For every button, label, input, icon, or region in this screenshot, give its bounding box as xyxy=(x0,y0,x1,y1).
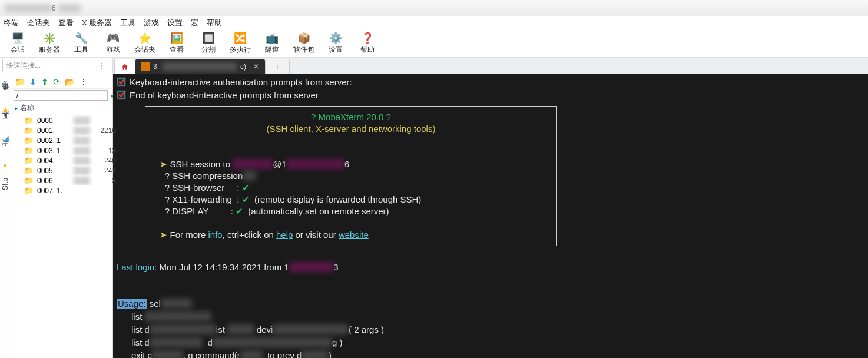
info-link[interactable]: info xyxy=(208,230,223,240)
menu-tools[interactable]: 工具 xyxy=(120,18,135,28)
plus-icon: ＋ xyxy=(274,62,281,72)
file-size: 3 xyxy=(94,177,116,185)
sftp-more-icon[interactable]: ⋮ xyxy=(79,77,88,87)
folder-icon: 📁 xyxy=(24,166,34,175)
sidetab-macro-icon[interactable]: ◢ xyxy=(0,134,11,143)
menu-macros[interactable]: 宏 xyxy=(191,18,198,28)
tb-sessfolder[interactable]: ⭐会话夹 xyxy=(131,32,159,55)
tb-session[interactable]: 🖥️会话 xyxy=(4,32,32,55)
home-icon xyxy=(121,63,129,71)
menu-games[interactable]: 游戏 xyxy=(144,18,159,28)
menu-view[interactable]: 查看 xyxy=(58,18,74,28)
terminal[interactable]: Keyboard-interactive authentication prom… xyxy=(113,74,868,358)
file-item[interactable]: 📁0000.xx xyxy=(11,115,120,125)
file-name: 0000. xyxy=(37,117,70,125)
folder-icon: 📁 xyxy=(24,136,34,145)
help-icon: ❓ xyxy=(361,32,374,45)
display-label: ? DISPLAY : xyxy=(165,206,236,216)
ssh-compression: ? SSH compression xyxy=(165,171,243,181)
folder-icon: 📁 xyxy=(24,156,34,165)
file-name: 0006. xyxy=(37,177,70,185)
sftp-folder-icon[interactable]: 📁 xyxy=(15,77,25,87)
term-prompt-icon xyxy=(117,77,126,87)
tools-icon: 🔧 xyxy=(75,32,88,45)
menu-bar: 终端 会话夹 查看 X 服务器 工具 游戏 设置 宏 帮助 xyxy=(0,16,868,29)
sidetab-sessions[interactable]: 会话夹 xyxy=(1,94,11,98)
session-tab-active[interactable]: 3. xxxxxxxxxxx c) ✕ xyxy=(135,59,265,74)
arrow-icon: ➤ xyxy=(160,230,167,240)
sidetab-sftp[interactable]: Sftp xyxy=(1,175,9,193)
file-size: 240 xyxy=(94,157,116,165)
menu-terminal[interactable]: 终端 xyxy=(4,18,19,28)
multiexec-icon: 🔀 xyxy=(234,32,247,45)
help-link[interactable]: help xyxy=(276,230,293,240)
sftp-file-pane: 📁 ⬇ ⬆ ⟳ 📂 ⋮ ✔ ▸ 名称 📁0000.xx📁0001.xx2210📁… xyxy=(11,75,120,358)
menu-settings[interactable]: 设置 xyxy=(167,18,183,28)
sftp-newfolder-icon[interactable]: 📂 xyxy=(65,77,75,87)
quick-connect-placeholder: 快速连接... xyxy=(6,61,41,71)
file-item[interactable]: 📁0001.xx2210 xyxy=(11,125,120,135)
new-tab-button[interactable]: ＋ xyxy=(265,59,290,74)
file-item[interactable]: 📁0007. 1. xyxy=(11,185,120,195)
file-item[interactable]: 📁0002. 1xx xyxy=(11,135,120,145)
sidetab-star-icon[interactable]: ★ xyxy=(0,105,11,115)
file-item[interactable]: 📁0006.xx3 xyxy=(11,175,120,185)
arrow-icon: ➤ xyxy=(160,159,167,169)
file-item[interactable]: 📁0004.xx240 xyxy=(11,155,120,165)
tb-games[interactable]: 🎮游戏 xyxy=(99,32,127,55)
check-icon: ✔ xyxy=(242,183,250,193)
sidetab-tools[interactable]: 工具 xyxy=(1,122,11,127)
tb-servers[interactable]: ✳️服务器 xyxy=(35,32,64,55)
tunnel-icon: 📺 xyxy=(266,32,279,45)
quick-connect-menu-icon[interactable]: ⋮ xyxy=(98,62,106,70)
tb-split[interactable]: 🔲分割 xyxy=(194,32,223,55)
title-mid: 6 xyxy=(52,4,56,12)
file-size: 2210 xyxy=(94,127,116,135)
home-tab[interactable] xyxy=(114,59,135,74)
term-line-2: End of keyboard-interactive prompts from… xyxy=(130,90,319,100)
file-size: 241 xyxy=(94,167,116,175)
file-name: 0004. xyxy=(37,157,70,165)
sidetab-sftp-icon[interactable]: ● xyxy=(0,162,11,168)
menu-help[interactable]: 帮助 xyxy=(207,18,222,28)
session-icon: 🖥️ xyxy=(11,32,24,45)
tb-settings[interactable]: ⚙️设置 xyxy=(322,32,350,55)
sftp-path-row: ✔ xyxy=(11,89,120,102)
ssh-browser: ? SSH-browser : xyxy=(165,183,242,193)
star-icon: ⭐ xyxy=(138,32,151,45)
tb-tunnel[interactable]: 📺隧道 xyxy=(258,32,286,55)
left-panel: 快速连接... ⋮ « 会话夹 ★ 工具 ◢ 宏 ● Sftp 📁 ⬇ ⬆ ⟳ xyxy=(0,58,113,358)
menu-xserver[interactable]: X 服务器 xyxy=(82,18,112,28)
term-prompt-icon xyxy=(117,90,126,100)
file-item[interactable]: 📁0005.xx241 xyxy=(11,165,120,175)
sftp-header[interactable]: ▸ 名称 xyxy=(11,102,120,114)
sftp-upload-icon[interactable]: ⬆ xyxy=(41,77,48,87)
side-tab-strip: « 会话夹 ★ 工具 ◢ 宏 ● Sftp xyxy=(0,75,11,358)
sftp-refresh-icon[interactable]: ⟳ xyxy=(53,77,60,87)
window-titlebar: XXXXXXXXX 6 XXXc xyxy=(0,0,868,16)
sidetab-macro[interactable]: 宏 xyxy=(1,150,11,155)
tb-view[interactable]: 🖼️查看 xyxy=(163,32,191,55)
sftp-path-input[interactable] xyxy=(14,90,108,101)
tab-close-icon[interactable]: ✕ xyxy=(253,62,259,71)
folder-icon: 📁 xyxy=(24,126,34,135)
tb-packages[interactable]: 📦软件包 xyxy=(290,32,318,55)
tb-help[interactable]: ❓帮助 xyxy=(353,32,382,55)
tb-tools[interactable]: 🔧工具 xyxy=(67,32,95,55)
check-icon: ✔ xyxy=(242,194,250,204)
file-size: 13 xyxy=(94,147,116,155)
view-icon: 🖼️ xyxy=(170,32,183,45)
file-name: 0003. 1 xyxy=(37,147,70,155)
last-login-value: Mon Jul 12 14:19:34 2021 from 1 xyxy=(157,262,289,272)
file-name: 0002. 1 xyxy=(37,137,70,145)
file-name: 0001. xyxy=(37,127,70,135)
last-login-ip-redacted: xxxxxxxxx xyxy=(289,262,334,272)
file-item[interactable]: 📁0003. 1xx13 xyxy=(11,145,120,155)
x11-forwarding: ? X11-forwarding : xyxy=(165,194,242,204)
sftp-download-icon[interactable]: ⬇ xyxy=(29,77,37,87)
quick-connect[interactable]: 快速连接... ⋮ xyxy=(2,59,110,72)
menu-sessions[interactable]: 会话夹 xyxy=(27,18,50,28)
collapse-icon[interactable]: « xyxy=(0,77,11,87)
tb-multiexec[interactable]: 🔀多执行 xyxy=(226,32,254,55)
website-link[interactable]: website xyxy=(339,230,369,240)
